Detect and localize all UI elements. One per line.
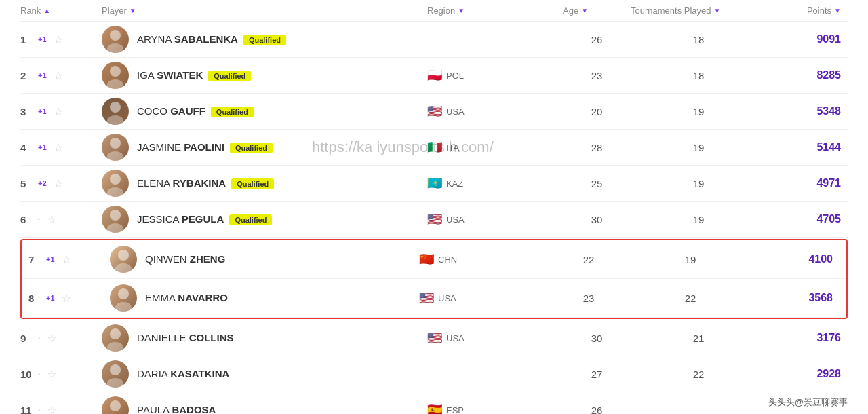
region-code: ITA: [446, 143, 459, 153]
favorite-star[interactable]: ☆: [54, 33, 63, 46]
qualified-badge: Qualified: [229, 214, 272, 225]
bottom-credit: 头头头@景豆聊赛事: [768, 396, 848, 409]
favorite-star[interactable]: ☆: [62, 292, 71, 305]
rank-cell: 7+1☆: [28, 253, 110, 266]
region-code: CHN: [438, 255, 457, 265]
highlighted-section: 7+1☆ QINWEN ZHENG🇨🇳CHN221941008+1☆ EMMA …: [20, 239, 848, 319]
region-code: POL: [446, 71, 464, 81]
region-cell: 🇺🇸USA: [419, 290, 555, 305]
table-row: 3+1☆ COCO GAUFFQualified🇺🇸USA20195348: [20, 94, 848, 130]
last-name: COLLINS: [189, 332, 234, 343]
rank-cell: 5+2☆: [20, 177, 102, 190]
last-name: BADOSA: [172, 404, 216, 414]
region-header[interactable]: Region ▼: [427, 5, 563, 16]
rank-change: ·: [38, 334, 40, 342]
region-code: USA: [438, 293, 456, 303]
rank-number: 2: [20, 70, 34, 81]
rank-change: ·: [38, 406, 40, 414]
favorite-star[interactable]: ☆: [47, 404, 56, 415]
first-name: DARIA: [137, 368, 170, 379]
last-name: KASATKINA: [170, 368, 229, 379]
favorite-star[interactable]: ☆: [47, 332, 56, 345]
player-name: JESSICA PEGULAQualified: [137, 213, 272, 225]
region-cell: 🇺🇸USA: [427, 104, 563, 119]
favorite-star[interactable]: ☆: [54, 177, 63, 190]
tournaments-header[interactable]: Tournaments Played ▼: [631, 5, 766, 16]
player-name-wrap: IGA SWIATEKQualified: [137, 69, 251, 81]
avatar: [102, 206, 129, 233]
first-name: IGA: [137, 69, 157, 81]
player-header[interactable]: Player ▼: [102, 5, 427, 16]
country-flag: 🇺🇸: [427, 104, 442, 119]
rank-change: +1: [46, 294, 55, 302]
favorite-star[interactable]: ☆: [47, 368, 56, 381]
svg-point-18: [110, 364, 121, 375]
avatar: [110, 284, 137, 312]
region-code: KAZ: [446, 178, 463, 189]
rank-change: +1: [38, 71, 47, 79]
svg-point-12: [118, 250, 129, 261]
player-name-wrap: QINWEN ZHENG: [145, 253, 225, 265]
svg-point-20: [110, 400, 121, 411]
svg-point-2: [110, 66, 121, 77]
svg-point-15: [115, 302, 132, 312]
first-name: COCO: [137, 105, 170, 117]
rank-number: 11: [20, 404, 34, 415]
points-cell: 5144: [766, 141, 848, 153]
player-name: ELENA RYBAKINAQualified: [137, 177, 274, 189]
svg-point-11: [107, 223, 123, 233]
points-cell: 4100: [758, 253, 840, 265]
player-name-wrap: JASMINE PAOLINIQualified: [137, 141, 273, 153]
qualified-badge: Qualified: [211, 107, 254, 117]
tournaments-cell: 19: [631, 106, 766, 117]
region-cell: 🇮🇹ITA: [427, 140, 563, 155]
favorite-star[interactable]: ☆: [54, 141, 63, 154]
first-name: ARYNA: [137, 33, 174, 45]
points-header[interactable]: Points ▼: [766, 5, 848, 16]
sort-icon-points: ▼: [834, 7, 841, 14]
age-cell: 22: [555, 254, 623, 265]
first-name: QINWEN: [145, 253, 190, 265]
age-cell: 28: [563, 142, 631, 153]
qualified-badge: Qualified: [230, 143, 273, 153]
avatar: [102, 62, 129, 89]
player-cell: JASMINE PAOLINIQualified: [102, 134, 427, 161]
age-cell: 23: [555, 293, 623, 304]
player-cell: COCO GAUFFQualified: [102, 98, 427, 125]
favorite-star[interactable]: ☆: [47, 213, 56, 226]
favorite-star[interactable]: ☆: [54, 105, 63, 118]
region-cell: 🇵🇱POL: [427, 68, 563, 83]
svg-point-0: [110, 30, 121, 41]
svg-point-7: [107, 151, 123, 161]
first-name: PAULA: [137, 404, 172, 414]
player-cell: QINWEN ZHENG: [110, 246, 419, 273]
tournaments-cell: 21: [631, 333, 766, 344]
age-header[interactable]: Age ▼: [563, 5, 631, 16]
player-name-wrap: ARYNA SABALENKAQualified: [137, 33, 286, 45]
region-cell: 🇨🇳CHN: [419, 252, 555, 267]
region-cell: 🇺🇸USA: [427, 331, 563, 345]
rank-cell: 2+1☆: [20, 69, 102, 82]
avatar: [110, 246, 137, 273]
table-row: 11·☆ PAULA BADOSA🇪🇸ESP26: [20, 392, 848, 414]
rank-number: 5: [20, 178, 34, 189]
region-code: USA: [446, 333, 465, 343]
region-cell: 🇪🇸ESP: [427, 402, 563, 414]
svg-point-4: [110, 102, 121, 113]
age-cell: 25: [563, 178, 631, 189]
favorite-star[interactable]: ☆: [54, 69, 63, 82]
player-name-wrap: JESSICA PEGULAQualified: [137, 213, 272, 225]
favorite-star[interactable]: ☆: [62, 253, 71, 266]
player-cell: DARIA KASATKINA: [102, 360, 427, 388]
points-cell: 8285: [766, 69, 848, 81]
rank-cell: 1+1☆: [20, 33, 102, 46]
table-row: 2+1☆ IGA SWIATEKQualified🇵🇱POL23188285: [20, 58, 848, 94]
rank-change: +1: [38, 143, 47, 151]
player-cell: JESSICA PEGULAQualified: [102, 206, 427, 233]
last-name: SABALENKA: [174, 33, 238, 45]
rank-header[interactable]: Rank ▲: [20, 5, 102, 16]
rank-number: 3: [20, 106, 34, 117]
player-cell: DANIELLE COLLINS: [102, 324, 427, 352]
tournaments-cell: 22: [631, 369, 766, 380]
rank-change: +1: [46, 255, 55, 263]
